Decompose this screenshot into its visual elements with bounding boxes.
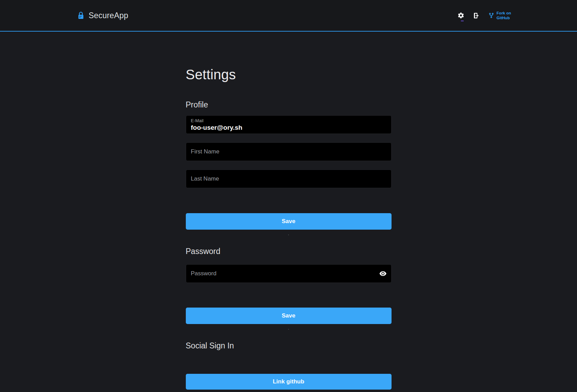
fork-link-label: Fork on GitHub [497, 11, 511, 21]
logout-button[interactable] [473, 12, 480, 19]
navbar-actions: Fork on GitHub [457, 11, 511, 21]
first-name-field[interactable] [186, 142, 392, 161]
password-heading: Password [186, 247, 392, 256]
last-name-field[interactable] [186, 170, 392, 188]
page-title: Settings [186, 66, 392, 83]
password-input[interactable] [186, 265, 391, 283]
password-save-button[interactable]: Save [186, 308, 392, 324]
email-field-label: E-Mail [191, 118, 386, 124]
password-field[interactable] [186, 264, 392, 283]
purple-underscore [461, 21, 464, 21]
email-input[interactable] [191, 124, 386, 131]
app-logo: SecureApp [77, 11, 128, 20]
profile-save-button[interactable]: Save [186, 213, 392, 230]
profile-divider-dot: . [186, 231, 392, 237]
git-fork-icon [488, 12, 494, 19]
password-divider-dot: . [186, 325, 392, 331]
gear-icon [457, 12, 464, 19]
social-sign-in-heading: Social Sign In [186, 341, 392, 350]
settings-page: Settings Profile E-Mail Save . Password … [186, 66, 392, 390]
link-github-button[interactable]: Link github [186, 374, 392, 390]
lock-icon [77, 11, 85, 20]
app-title: SecureApp [89, 11, 128, 20]
logout-icon [473, 12, 480, 19]
last-name-input[interactable] [186, 170, 391, 188]
fork-on-github-link[interactable]: Fork on GitHub [488, 11, 511, 21]
profile-heading: Profile [186, 100, 392, 109]
eye-icon [380, 271, 386, 276]
settings-button[interactable] [457, 12, 464, 19]
navbar: SecureApp [0, 0, 577, 32]
first-name-input[interactable] [186, 143, 391, 161]
toggle-password-visibility-button[interactable] [380, 271, 386, 276]
email-field[interactable]: E-Mail [186, 115, 392, 134]
